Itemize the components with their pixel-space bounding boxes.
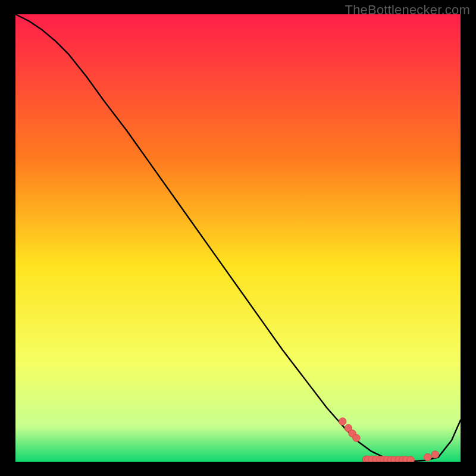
gradient-background — [15, 14, 461, 462]
watermark-text: TheBottlenecker.com — [345, 2, 470, 18]
chart-svg — [15, 14, 461, 462]
data-point — [339, 418, 346, 425]
data-point — [407, 456, 414, 462]
data-point — [353, 434, 360, 441]
plot-area — [15, 14, 461, 462]
data-point — [424, 453, 431, 461]
chart-frame: TheBottlenecker.com — [0, 0, 476, 476]
data-point — [431, 451, 439, 458]
